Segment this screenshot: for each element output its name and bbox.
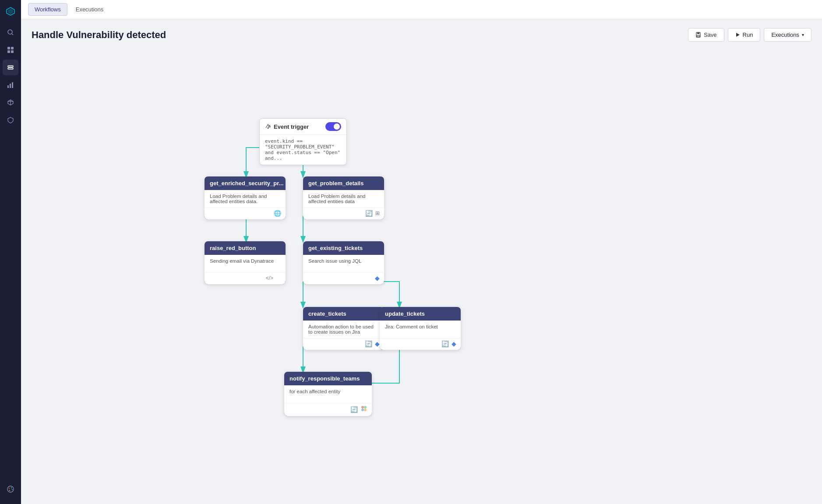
sidebar-icon-palette[interactable] xyxy=(3,481,18,497)
sync-icon: 🔄 xyxy=(365,340,372,347)
get-problem-details-footer: 🔄 ⊞ xyxy=(303,208,384,219)
save-label: Save xyxy=(704,32,717,38)
trigger-toggle[interactable] xyxy=(325,122,341,131)
create-tickets-node[interactable]: create_tickets Automation action to be u… xyxy=(303,307,384,350)
code-icon: </> xyxy=(266,275,273,281)
get-enriched-footer: 🌐 xyxy=(205,208,286,219)
workflows-tab[interactable]: Workflows xyxy=(28,3,67,16)
workflow-canvas[interactable]: Event trigger event.kind == "SECURITY_PR… xyxy=(32,50,811,493)
update-tickets-footer: 🔄 ◆ xyxy=(380,338,461,350)
raise-red-button-footer: </> ✉ xyxy=(205,272,286,284)
svg-point-20 xyxy=(9,490,10,491)
sync3-icon: 🔄 xyxy=(350,406,358,413)
run-label: Run xyxy=(743,32,753,38)
logo-icon[interactable] xyxy=(3,4,18,19)
svg-line-3 xyxy=(12,34,13,35)
svg-point-29 xyxy=(364,409,367,411)
svg-rect-12 xyxy=(12,82,13,88)
svg-rect-6 xyxy=(7,50,10,53)
trigger-node-header: Event trigger xyxy=(260,119,346,135)
raise-red-button-header: raise_red_button xyxy=(205,241,286,255)
update-tickets-body: Jira: Comment on ticket xyxy=(380,321,461,338)
get-problem-details-header: get_problem_details xyxy=(303,176,384,190)
get-problem-details-node[interactable]: get_problem_details Load Problem details… xyxy=(303,176,384,219)
svg-marker-24 xyxy=(736,33,740,37)
svg-rect-22 xyxy=(697,32,699,34)
globe-icon: 🌐 xyxy=(274,210,281,217)
svg-rect-23 xyxy=(697,35,700,37)
chevron-down-icon: ▾ xyxy=(802,32,804,37)
get-enriched-node[interactable]: get_enriched_security_pr... Load Problem… xyxy=(205,176,286,219)
svg-point-25 xyxy=(268,127,269,129)
get-problem-details-body: Load Problem details and affected entiti… xyxy=(303,190,384,208)
get-existing-tickets-header: get_existing_tickets xyxy=(303,241,384,255)
sidebar xyxy=(0,0,21,504)
svg-rect-4 xyxy=(7,47,10,49)
svg-point-19 xyxy=(12,489,13,490)
svg-point-17 xyxy=(9,488,10,489)
grid-small-icon: ⊞ xyxy=(375,210,380,216)
create-tickets-header: create_tickets xyxy=(303,307,384,321)
svg-point-16 xyxy=(7,486,14,492)
refresh-icon: 🔄 xyxy=(365,210,373,217)
svg-point-27 xyxy=(364,406,367,409)
main-content: Workflows Executions Handle Vulnerabilit… xyxy=(21,0,822,504)
sync2-icon: 🔄 xyxy=(441,340,449,347)
save-button[interactable]: Save xyxy=(688,28,724,42)
jira2-icon: ◆ xyxy=(375,340,380,347)
create-tickets-body: Automation action to be used to create i… xyxy=(303,321,384,338)
get-existing-tickets-body: Search issue using JQL xyxy=(303,255,384,272)
update-tickets-header: update_tickets xyxy=(380,307,461,321)
sidebar-icon-cube[interactable] xyxy=(3,95,18,110)
executions-tab[interactable]: Executions xyxy=(69,3,110,16)
content-area: Handle Vulnerability detected Save Run E… xyxy=(21,19,822,504)
svg-point-2 xyxy=(8,30,12,34)
page-header: Handle Vulnerability detected Save Run E… xyxy=(32,28,811,42)
create-tickets-footer: 🔄 ◆ xyxy=(303,338,384,350)
svg-point-18 xyxy=(11,487,12,488)
update-tickets-node[interactable]: update_tickets Jira: Comment on ticket 🔄… xyxy=(380,307,461,350)
get-enriched-body: Load Problem details and affected entiti… xyxy=(205,190,286,208)
jira3-icon: ◆ xyxy=(452,340,456,347)
event-trigger-icon xyxy=(265,123,271,130)
executions-label: Executions xyxy=(771,32,799,38)
svg-rect-11 xyxy=(10,84,11,88)
notify-footer: 🔄 xyxy=(284,403,372,416)
sidebar-icon-grid[interactable] xyxy=(3,42,18,58)
sidebar-icon-shield[interactable] xyxy=(3,112,18,128)
page-title: Handle Vulnerability detected xyxy=(32,29,166,41)
top-navigation: Workflows Executions xyxy=(21,0,822,19)
svg-rect-5 xyxy=(11,47,14,49)
header-actions: Save Run Executions ▾ xyxy=(688,28,811,42)
colorful-icon xyxy=(360,405,367,413)
sidebar-icon-layers[interactable] xyxy=(3,60,18,75)
executions-button[interactable]: Executions ▾ xyxy=(764,28,811,42)
get-existing-tickets-node[interactable]: get_existing_tickets Search issue using … xyxy=(303,241,384,284)
svg-point-26 xyxy=(361,406,364,409)
notify-header: notify_responsible_teams xyxy=(284,372,372,385)
svg-rect-9 xyxy=(8,68,13,69)
raise-red-button-node[interactable]: raise_red_button Sending email via Dynat… xyxy=(205,241,286,284)
get-enriched-header: get_enriched_security_pr... xyxy=(205,176,286,190)
trigger-title: Event trigger xyxy=(265,123,309,130)
get-existing-tickets-footer: ◆ xyxy=(303,272,384,284)
run-button[interactable]: Run xyxy=(728,28,761,42)
notify-body: for each affected entity xyxy=(284,385,372,403)
trigger-condition: event.kind == "SECURITY_PROBLEM_EVENT" a… xyxy=(260,135,346,165)
jira-icon: ◆ xyxy=(375,275,380,282)
mail-icon: ✉ xyxy=(276,275,281,282)
event-trigger-node[interactable]: Event trigger event.kind == "SECURITY_PR… xyxy=(259,118,347,165)
svg-rect-8 xyxy=(8,66,13,67)
sidebar-icon-search[interactable] xyxy=(3,25,18,40)
svg-point-28 xyxy=(361,409,364,411)
svg-rect-7 xyxy=(11,50,14,53)
svg-marker-1 xyxy=(8,9,13,14)
svg-rect-10 xyxy=(7,85,9,88)
notify-responsible-teams-node[interactable]: notify_responsible_teams for each affect… xyxy=(284,372,372,416)
canvas-inner: Event trigger event.kind == "SECURITY_PR… xyxy=(32,50,557,444)
raise-red-button-body: Sending email via Dynatrace xyxy=(205,255,286,272)
sidebar-icon-chart[interactable] xyxy=(3,77,18,93)
